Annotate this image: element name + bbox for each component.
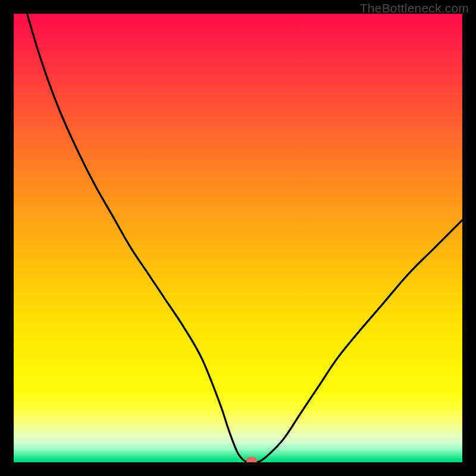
- watermark-text: TheBottleneck.com: [360, 1, 469, 15]
- bottleneck-curve: [14, 14, 462, 462]
- plot-area: [14, 14, 462, 462]
- optimal-point-marker: [246, 457, 257, 462]
- chart-frame: TheBottleneck.com: [0, 0, 476, 476]
